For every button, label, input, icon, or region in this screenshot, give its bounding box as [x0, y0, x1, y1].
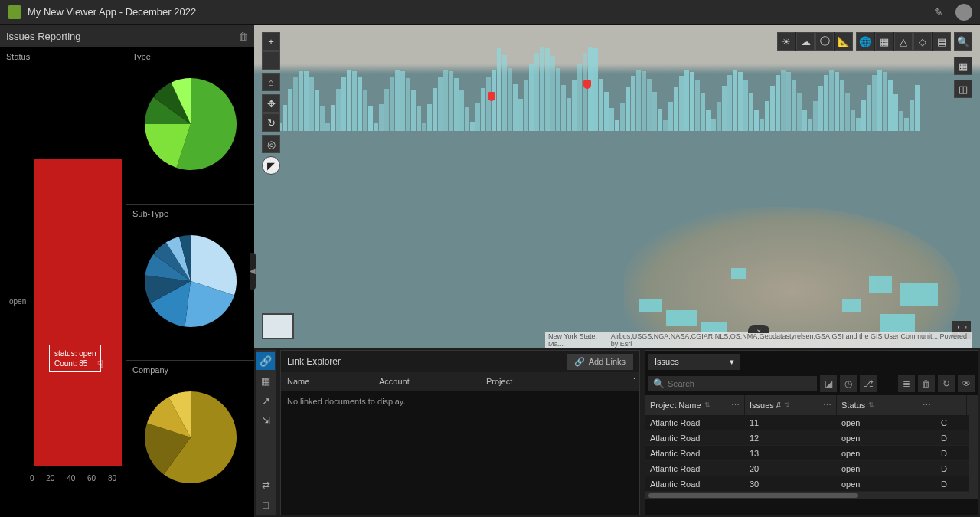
path-icon[interactable]: ↗ — [256, 391, 275, 410]
cube-icon[interactable]: ◫ — [954, 80, 972, 98]
weather-icon[interactable]: ☁ — [796, 32, 815, 51]
settings-icon[interactable]: ⇄ — [256, 476, 275, 494]
sun-icon[interactable]: ☀ — [777, 32, 795, 51]
y-tick: open — [9, 297, 26, 306]
table-row[interactable]: Atlantic Road30openD — [645, 476, 969, 492]
table-row[interactable]: Atlantic Road12openD — [645, 430, 969, 446]
link-explorer-panel: Link Explorer 🔗 Add Links Name Account P… — [280, 350, 640, 515]
col-issues-num[interactable]: Issues #⇅⋯ — [745, 395, 837, 415]
chevron-down-icon: ▾ — [730, 357, 734, 367]
zoom-out-icon[interactable]: − — [262, 51, 280, 70]
issues-reporting-panel: Issues Reporting 🗑 Status open status: o… — [0, 25, 254, 517]
col-project[interactable]: Project — [480, 377, 624, 386]
layers-icon[interactable]: ▤ — [933, 32, 951, 51]
issues-grid: Project Name⇅⋯ Issues #⇅⋯ Status⇅⋯ — [645, 395, 978, 515]
attribution-bar: ⌄ New York State, Ma... Airbus,USGS,NGA,… — [545, 332, 972, 348]
search-icon[interactable]: 🔍 — [954, 32, 972, 51]
add-links-button[interactable]: 🔗 Add Links — [567, 354, 633, 370]
compass-icon[interactable]: ◤ — [262, 156, 280, 175]
company-chart: Company — [126, 361, 254, 517]
panel-title: Issues Reporting — [6, 31, 81, 42]
share-icon[interactable]: ⇲ — [256, 411, 275, 430]
subtype-chart: Sub-Type — [126, 205, 254, 362]
col-status[interactable]: Status⇅⋯ — [837, 395, 936, 415]
link-table-header: Name Account Project ⋮ — [281, 372, 639, 391]
pan-icon[interactable]: ✥ — [262, 94, 280, 113]
v-scrollbar[interactable] — [969, 395, 978, 499]
bookmark-icon[interactable]: ◇ — [913, 32, 932, 51]
search-input-wrap[interactable]: 🔍 — [648, 376, 817, 391]
globe-icon[interactable]: 🌐 — [856, 32, 874, 51]
branch-icon[interactable]: ⎇ — [860, 375, 877, 392]
chart-tooltip: status: open Count: 85 — [49, 345, 101, 372]
app-title: My New Viewer App - December 2022 — [28, 6, 196, 18]
avatar[interactable] — [956, 4, 972, 21]
trash-icon[interactable]: 🗑 — [238, 31, 248, 42]
edit-icon[interactable]: ✎ — [929, 3, 948, 21]
panel-header: Issues Reporting 🗑 — [0, 25, 254, 47]
status-chart: Status open status: open Count: 85 ☟ 0 2… — [0, 47, 126, 517]
type-label: Type — [129, 51, 251, 63]
basemap-icon[interactable]: ▦ — [875, 32, 893, 51]
status-bar-open[interactable] — [34, 159, 122, 466]
rotate-icon[interactable]: ↻ — [262, 113, 280, 132]
col-account[interactable]: Account — [373, 377, 480, 386]
collapse-handle-icon[interactable]: ◀ — [250, 253, 256, 290]
refresh-icon[interactable]: ↻ — [938, 375, 955, 392]
home-icon[interactable]: ⌂ — [262, 73, 280, 91]
zoom-in-icon[interactable]: + — [262, 32, 280, 51]
plus-link-icon: 🔗 — [574, 357, 585, 367]
bottom-toolbar: 🔗 ▦ ↗ ⇲ ⇄ □ — [256, 350, 276, 515]
titlebar: My New Viewer App - December 2022 ✎ — [0, 0, 980, 25]
list-icon[interactable]: ≣ — [898, 375, 915, 392]
map-viewport[interactable]: ◀ + − ⌂ ✥ ↻ ◎ ◤ ☀ ☁ ⓘ 📐 🌐 ▦ — [254, 25, 980, 517]
target-icon[interactable]: ◎ — [262, 135, 280, 153]
x-axis: 0 20 40 60 80 — [30, 474, 116, 483]
delete-icon[interactable]: 🗑 — [918, 375, 935, 392]
map-marker[interactable] — [583, 80, 591, 89]
type-pie[interactable] — [141, 74, 240, 174]
issues-panel: Issues ▾ 🔍 ◪ ◷ ⎇ ≣ 🗑 ↻ 👁 — [645, 350, 978, 515]
ruler-icon[interactable]: 📐 — [835, 32, 853, 51]
app-logo-icon — [8, 5, 21, 19]
type-chart: Type — [126, 47, 254, 205]
subtype-pie[interactable] — [141, 231, 240, 331]
table-row[interactable]: Atlantic Road20openD — [645, 461, 969, 476]
search-input[interactable] — [668, 379, 812, 388]
map-tools-left: + − ⌂ ✥ ↻ ◎ ◤ — [262, 32, 280, 175]
h-scrollbar[interactable] — [645, 492, 969, 499]
col-project-name[interactable]: Project Name⇅⋯ — [645, 395, 745, 415]
subtype-label: Sub-Type — [129, 208, 251, 220]
filter-icon[interactable]: ◪ — [820, 375, 837, 392]
company-label: Company — [129, 364, 251, 376]
map-marker[interactable] — [488, 92, 495, 101]
eye-icon[interactable]: 👁 — [958, 375, 975, 392]
link-explorer-title: Link Explorer — [287, 356, 341, 367]
search-icon: 🔍 — [653, 378, 665, 389]
cursor-icon: ☟ — [97, 358, 103, 370]
table-icon[interactable]: ▦ — [256, 371, 275, 390]
company-pie[interactable] — [141, 388, 240, 487]
link-icon[interactable]: 🔗 — [256, 352, 275, 370]
link-table-empty: No linked documents to display. — [281, 391, 639, 515]
minimap[interactable] — [262, 313, 294, 339]
issues-dropdown[interactable]: Issues ▾ — [648, 354, 740, 370]
col-menu-icon[interactable]: ⋮ — [624, 377, 639, 387]
bottom-panels: 🔗 ▦ ↗ ⇲ ⇄ □ Link Explorer 🔗 Add Links Na… — [254, 348, 980, 517]
warning-icon[interactable]: △ — [894, 32, 913, 51]
status-label: Status — [3, 51, 122, 63]
table-row[interactable]: Atlantic Road13openD — [645, 446, 969, 461]
col-name[interactable]: Name — [281, 377, 373, 386]
info-icon[interactable]: ⓘ — [815, 32, 834, 51]
chevron-down-icon[interactable]: ⌄ — [748, 325, 769, 333]
table-row[interactable]: Atlantic Road11openC — [645, 415, 969, 430]
stop-icon[interactable]: □ — [256, 496, 275, 514]
grid-icon[interactable]: ▦ — [954, 57, 972, 75]
map-tools-right: ☀ ☁ ⓘ 📐 🌐 ▦ △ ◇ ▤ 🔍 — [777, 32, 972, 51]
clock-icon[interactable]: ◷ — [840, 375, 857, 392]
